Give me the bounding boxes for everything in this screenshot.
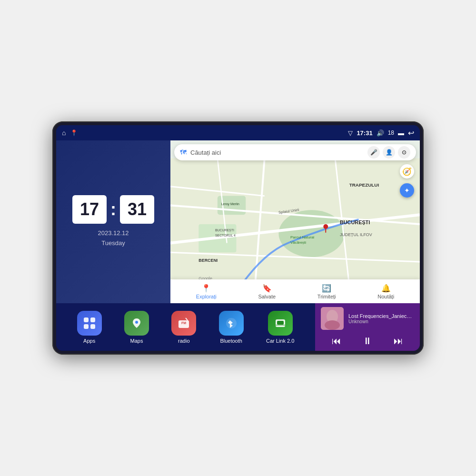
back-icon[interactable]: ↩ xyxy=(408,129,414,138)
map-explore-button[interactable]: 📍 Explorați xyxy=(196,284,217,299)
saved-label: Salvate xyxy=(258,294,276,299)
maps-icon[interactable]: 📍 xyxy=(70,129,78,136)
svg-rect-26 xyxy=(84,324,89,329)
maps-label: Maps xyxy=(130,338,143,344)
map-search-bar[interactable]: 🗺 Căutați aici 🎤 👤 ⊙ xyxy=(174,144,416,160)
map-layers-button[interactable]: ⊙ xyxy=(398,146,410,159)
map-search-actions: 🎤 👤 ⊙ xyxy=(367,146,410,159)
map-voice-search-button[interactable]: 🎤 xyxy=(367,146,380,159)
svg-rect-25 xyxy=(90,317,95,322)
radio-icon: FM xyxy=(171,311,196,336)
device-screen: ⌂ 📍 ▽ 17:31 🔊 18 ▬ ↩ 17 : xyxy=(56,125,420,351)
music-info: Lost Frequencies_Janieck Devy-... Unknow… xyxy=(348,313,414,324)
clock-digits: 17 : 31 xyxy=(72,195,154,224)
clock-date: 2023.12.12 Tuesday xyxy=(98,228,129,248)
map-account-button[interactable]: 👤 xyxy=(383,146,395,159)
carlink-icon xyxy=(268,311,293,336)
svg-text:JUDEȚUL ILFOV: JUDEȚUL ILFOV xyxy=(340,232,372,237)
clock-hour: 17 xyxy=(72,195,107,224)
music-album-art xyxy=(321,307,344,330)
svg-text:Leroy Merlin: Leroy Merlin xyxy=(221,202,239,206)
svg-line-32 xyxy=(186,318,188,320)
svg-text:BUCUREȘTI: BUCUREȘTI xyxy=(215,228,234,232)
bottom-row: Apps Maps xyxy=(56,303,420,351)
volume-icon: 🔊 xyxy=(377,129,384,137)
share-icon: 🔄 xyxy=(322,284,331,293)
map-compass-button[interactable]: 🧭 xyxy=(400,164,414,178)
music-player: Lost Frequencies_Janieck Devy-... Unknow… xyxy=(315,303,420,351)
music-artist: Unknown xyxy=(348,319,414,324)
map-background: TRAPEZULUI BUCUREȘTI JUDEȚUL ILFOV BERCE… xyxy=(170,140,420,303)
top-row: 17 : 31 2023.12.12 Tuesday xyxy=(56,140,420,303)
share-label: Trimiteți xyxy=(317,294,336,299)
music-next-button[interactable]: ⏭ xyxy=(390,335,407,347)
music-top-area: Lost Frequencies_Janieck Devy-... Unknow… xyxy=(321,307,414,330)
carlink-label: Car Link 2.0 xyxy=(266,338,294,344)
svg-text:BERCENI: BERCENI xyxy=(198,258,218,263)
svg-rect-24 xyxy=(84,317,89,322)
music-controls: ⏮ ⏸ ⏭ xyxy=(321,333,414,349)
status-bar: ⌂ 📍 ▽ 17:31 🔊 18 ▬ ↩ xyxy=(56,125,420,140)
clock-colon: : xyxy=(110,199,116,219)
radio-label: radio xyxy=(178,338,189,344)
svg-text:FM: FM xyxy=(181,321,186,325)
clock-widget: 17 : 31 2023.12.12 Tuesday xyxy=(56,140,170,303)
status-left-icons: ⌂ 📍 xyxy=(62,129,78,137)
bluetooth-label: Bluetooth xyxy=(220,338,242,344)
music-play-pause-button[interactable]: ⏸ xyxy=(359,335,376,347)
svg-text:Văcărești: Văcărești xyxy=(290,240,306,245)
app-icon-bluetooth[interactable]: Bluetooth xyxy=(219,311,244,344)
map-area[interactable]: TRAPEZULUI BUCUREȘTI JUDEȚUL ILFOV BERCE… xyxy=(170,140,420,303)
signal-icon: ▽ xyxy=(348,129,353,137)
home-icon[interactable]: ⌂ xyxy=(62,129,66,137)
app-icon-maps[interactable]: Maps xyxy=(124,311,149,344)
music-prev-button[interactable]: ⏮ xyxy=(328,335,345,347)
app-icon-carlink[interactable]: Car Link 2.0 xyxy=(266,311,294,344)
svg-text:TRAPEZULUI: TRAPEZULUI xyxy=(349,182,379,188)
svg-point-39 xyxy=(325,320,340,330)
map-news-button[interactable]: 🔔 Noutăți xyxy=(377,284,394,299)
svg-rect-27 xyxy=(90,324,95,329)
battery-level: 18 xyxy=(388,129,394,136)
svg-text:SECTORUL 4: SECTORUL 4 xyxy=(215,234,236,237)
svg-point-29 xyxy=(135,321,138,324)
maps-app-icon xyxy=(124,311,149,336)
app-icon-apps[interactable]: Apps xyxy=(77,311,102,344)
map-saved-button[interactable]: 🔖 Salvate xyxy=(258,284,276,299)
map-location-button[interactable]: ✦ xyxy=(400,183,414,198)
apps-area: Apps Maps xyxy=(56,303,315,351)
saved-icon: 🔖 xyxy=(262,284,272,293)
svg-text:BUCUREȘTI: BUCUREȘTI xyxy=(340,219,370,225)
status-right-info: ▽ 17:31 🔊 18 ▬ ↩ xyxy=(348,129,414,138)
svg-text:Parcul Natural: Parcul Natural xyxy=(290,235,314,239)
svg-rect-35 xyxy=(277,321,284,325)
map-share-button[interactable]: 🔄 Trimiteți xyxy=(317,284,336,299)
status-time: 17:31 xyxy=(357,129,372,137)
map-bottom-bar: 📍 Explorați 🔖 Salvate 🔄 Trimiteți � xyxy=(170,279,420,303)
news-label: Noutăți xyxy=(377,294,394,299)
bluetooth-icon xyxy=(219,311,244,336)
app-icon-radio[interactable]: FM radio xyxy=(171,311,196,344)
apps-label: Apps xyxy=(83,338,95,344)
news-icon: 🔔 xyxy=(381,284,391,293)
music-title: Lost Frequencies_Janieck Devy-... xyxy=(348,313,414,319)
device-body: ⌂ 📍 ▽ 17:31 🔊 18 ▬ ↩ 17 : xyxy=(52,121,424,355)
map-search-placeholder: Căutați aici xyxy=(190,149,364,156)
explore-icon: 📍 xyxy=(201,284,211,293)
explore-label: Explorați xyxy=(196,294,217,299)
apps-icon xyxy=(77,311,102,336)
clock-minute: 31 xyxy=(120,195,154,224)
main-content: 17 : 31 2023.12.12 Tuesday xyxy=(56,140,420,351)
map-google-icon: 🗺 xyxy=(180,149,187,156)
battery-icon: ▬ xyxy=(398,129,404,137)
